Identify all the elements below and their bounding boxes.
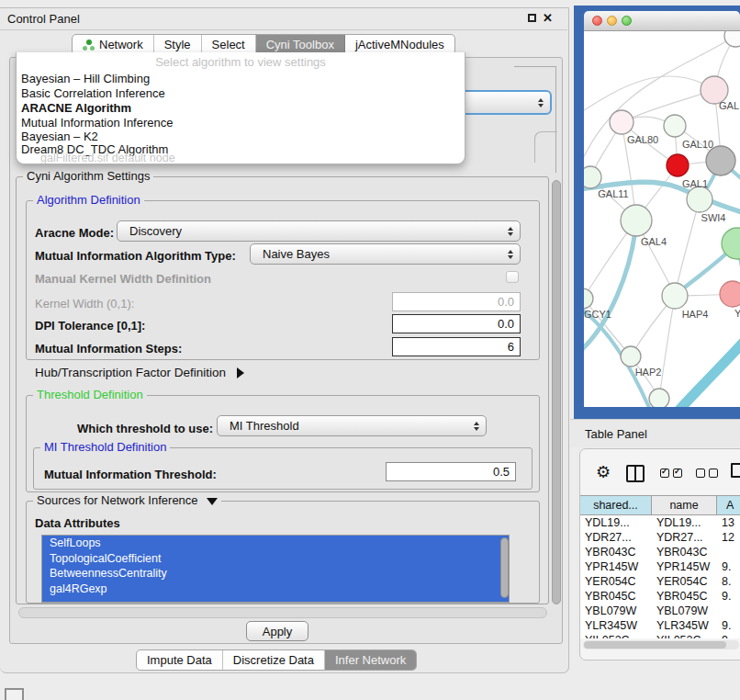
mi-type-label: Mutual Information Algorithm Type:: [35, 249, 236, 263]
tab-label: Cyni Toolbox: [266, 38, 334, 51]
table-row[interactable]: YBR043C YBR043C: [580, 545, 740, 559]
aracne-mode-combobox[interactable]: Discovery: [117, 220, 521, 242]
network-canvas[interactable]: GAL GAL80 GAL10 GAL1 GAL11 SWI4 GAL4 GCY…: [584, 31, 740, 407]
docked-panel-icon[interactable]: [5, 688, 24, 700]
occluded-panel-corner: [534, 131, 557, 163]
cell: YDL19...: [580, 515, 652, 530]
tab-infer-network[interactable]: Infer Network: [325, 650, 416, 670]
tab-label: Select: [212, 38, 245, 51]
node-label: Y: [734, 308, 740, 319]
gear-icon[interactable]: ⚙: [596, 464, 611, 480]
table-row[interactable]: YBL079W YBL079W: [580, 604, 740, 618]
expanded-arrow-icon: [207, 498, 218, 505]
node-gal11[interactable]: [584, 166, 601, 188]
table-panel-header: Table Panel: [570, 419, 740, 447]
stepper-arrows-icon: [508, 227, 513, 236]
sources-group-title[interactable]: Sources for Network Inference: [33, 494, 221, 507]
list-item[interactable]: TopologicalCoefficient: [42, 551, 509, 567]
threshold-definition-title: Threshold Definition: [33, 389, 147, 401]
dpi-tolerance-input[interactable]: 0.0: [392, 314, 521, 333]
table-row[interactable]: YER054C YER054C 8.: [580, 574, 740, 589]
cell: 9: [717, 633, 740, 638]
list-scrollbar[interactable]: [500, 537, 509, 598]
node-gcy1[interactable]: [584, 288, 593, 309]
cell: YPR145W: [580, 559, 652, 574]
settings-vertical-scrollbar[interactable]: [552, 180, 561, 604]
dropdown-item[interactable]: Bayesian – Hill Climbing: [17, 72, 465, 86]
cell: YDL19...: [652, 515, 717, 530]
node-salmon[interactable]: [720, 281, 740, 307]
tab-select[interactable]: Select: [202, 35, 256, 54]
mi-steps-input[interactable]: 6: [392, 337, 521, 356]
sources-title-label: Sources for Network Inference: [37, 493, 198, 507]
table-row[interactable]: YDR27... YDR27... 12: [580, 530, 740, 545]
zoom-traffic-light-icon[interactable]: [622, 16, 632, 26]
mi-threshold-input[interactable]: 0.5: [386, 462, 516, 481]
dropdown-item[interactable]: Basic Correlation Inference: [17, 86, 465, 101]
list-item[interactable]: gal4RGexp: [42, 581, 509, 597]
table-row[interactable]: YLR345W YLR345W 9.: [580, 618, 740, 633]
table-row[interactable]: YBR045C YBR045C 9.: [580, 589, 740, 604]
cell: 12: [717, 530, 740, 545]
node-unlabeled[interactable]: [649, 389, 669, 407]
cell: YPR145W: [652, 559, 717, 574]
which-threshold-combobox[interactable]: MI Threshold: [217, 415, 487, 436]
document-icon[interactable]: [731, 463, 740, 478]
apply-button[interactable]: Apply: [246, 621, 308, 641]
cell: YBR045C: [652, 589, 717, 604]
cell: [717, 545, 740, 559]
tab-label: Infer Network: [335, 653, 406, 667]
column-header[interactable]: A: [717, 496, 740, 514]
algorithm-combobox-focused[interactable]: [459, 90, 552, 115]
tab-style[interactable]: Style: [154, 35, 202, 54]
node-gray[interactable]: [706, 146, 735, 175]
node-hap2[interactable]: [621, 346, 641, 367]
tab-discretize-data[interactable]: Discretize Data: [223, 650, 325, 670]
network-icon: [83, 40, 95, 51]
node-near-swi4[interactable]: [687, 186, 712, 212]
tab-label: Network: [99, 38, 143, 51]
list-item[interactable]: SelfLoops: [42, 536, 509, 551]
node-label: GAL10: [682, 139, 713, 150]
tab-network[interactable]: Network: [73, 35, 154, 54]
node-hap4[interactable]: [662, 283, 688, 309]
close-icon[interactable]: ✕: [543, 11, 553, 25]
node-gal10[interactable]: [664, 115, 686, 137]
node-unlabeled[interactable]: [724, 31, 740, 47]
float-window-icon[interactable]: [528, 14, 536, 22]
table-row[interactable]: YDL19... YDL19... 13: [580, 515, 740, 530]
mi-type-combobox[interactable]: Naive Bayes: [250, 243, 521, 265]
columns-icon[interactable]: [626, 465, 645, 482]
node-label: GAL80: [627, 134, 658, 145]
deselect-all-icon[interactable]: [696, 469, 718, 478]
unchecked-box-icon: [709, 469, 718, 478]
node-gal4[interactable]: [621, 205, 652, 236]
tab-impute-data[interactable]: Impute Data: [137, 650, 223, 670]
node-label: GAL: [719, 100, 739, 111]
node-label: SWI4: [701, 212, 726, 223]
minimize-traffic-light-icon[interactable]: [607, 16, 617, 26]
occluded-groupbox-border: [514, 66, 555, 67]
node-gal1-red[interactable]: [667, 154, 689, 176]
tab-cyni-toolbox[interactable]: Cyni Toolbox: [256, 35, 345, 54]
network-window-titlebar[interactable]: [584, 11, 740, 31]
table-row[interactable]: YIL052C YIL052C 9: [580, 633, 740, 638]
dropdown-item-selected[interactable]: ARACNE Algorithm: [17, 101, 465, 116]
list-item[interactable]: BetweennessCentrality: [42, 566, 509, 581]
column-header[interactable]: shared...: [580, 496, 652, 514]
close-traffic-light-icon[interactable]: [592, 16, 602, 26]
table-row[interactable]: YPR145W YPR145W 9.: [580, 559, 740, 574]
hub-definition-toggle[interactable]: Hub/Transcription Factor Definition: [35, 366, 244, 379]
column-header[interactable]: name: [652, 496, 717, 514]
kernel-width-input[interactable]: 0.0: [392, 292, 521, 311]
settings-horizontal-scrollbar[interactable]: [18, 607, 547, 618]
algorithm-definition-title: Algorithm Definition: [33, 194, 144, 207]
node-gal80[interactable]: [610, 110, 633, 134]
table-scrollbar-thumb[interactable]: [584, 641, 726, 649]
tab-jactivemnodules[interactable]: jActiveMNodules: [345, 35, 454, 54]
select-all-icon[interactable]: [660, 469, 682, 478]
table-header-row: shared... name A: [580, 495, 740, 515]
cell: YLR345W: [652, 618, 717, 633]
dropdown-item[interactable]: Mutual Information Inference: [17, 116, 465, 130]
manual-kernel-checkbox[interactable]: [506, 271, 519, 283]
